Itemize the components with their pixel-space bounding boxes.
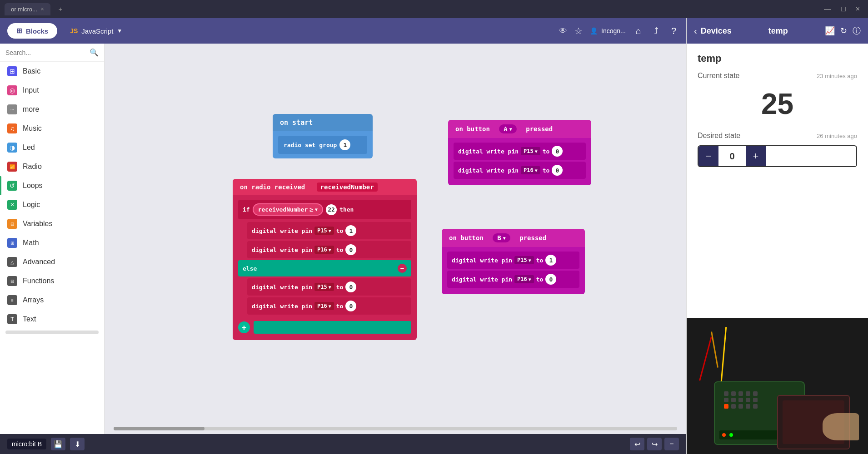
tab-label: or micro...: [11, 6, 37, 13]
write-pin-p15-2-row[interactable]: digital write pin P15 ▼ to 0: [247, 278, 411, 296]
info-icon[interactable]: ⓘ: [853, 25, 861, 36]
button-a-pin-p16-dropdown[interactable]: P16 ▼: [521, 166, 540, 174]
sidebar-scrollbar[interactable]: [5, 331, 99, 334]
close-window-button[interactable]: ×: [852, 4, 863, 14]
pin-val-4[interactable]: 0: [345, 301, 356, 311]
sidebar-item-arrays[interactable]: ≡ Arrays: [0, 291, 104, 310]
else-minus-button[interactable]: −: [398, 264, 407, 273]
pin-p16-dropdown-2[interactable]: P16 ▼: [314, 302, 334, 310]
sidebar-item-text[interactable]: T Text: [0, 310, 104, 329]
stepper-plus-button[interactable]: +: [746, 146, 766, 166]
write-pin-p16-1-row[interactable]: digital write pin P16 ▼ to 0: [247, 241, 411, 258]
home-icon[interactable]: ⌂: [633, 23, 644, 39]
condition-op-dropdown[interactable]: ▼: [315, 207, 318, 212]
button-b-suffix: pressed: [519, 234, 546, 242]
button-a-pin-p15-row[interactable]: digital write pin P15 ▼ to 0: [454, 143, 586, 160]
button-b-val-2[interactable]: 0: [545, 274, 556, 285]
zoom-out-button[interactable]: −: [664, 438, 679, 450]
condition-value[interactable]: 22: [326, 204, 337, 215]
incognito-label: Incogn...: [601, 27, 626, 35]
sidebar-item-music[interactable]: ♫ Music: [0, 119, 104, 138]
digital-write-label-3: digital write pin: [252, 284, 312, 291]
advanced-icon: △: [7, 257, 17, 267]
radio-set-group-block[interactable]: radio set group 1: [278, 136, 367, 154]
workspace-scrollbar-thumb[interactable]: [114, 427, 205, 430]
sidebar-item-led[interactable]: ◑ Led: [0, 138, 104, 157]
pin-val-1[interactable]: 1: [345, 225, 356, 236]
button-b-block[interactable]: on button B ▼ pressed digital write pin: [442, 229, 585, 294]
button-b-pin-p15-row[interactable]: digital write pin P15 ▼ to 1: [447, 252, 579, 269]
star-icon[interactable]: ☆: [574, 25, 583, 36]
button-b-pin-p16-dropdown[interactable]: P16 ▼: [514, 275, 534, 283]
redo-button[interactable]: ↪: [647, 438, 662, 450]
refresh-icon[interactable]: ↻: [840, 26, 847, 36]
button-b-pin-p16-row[interactable]: digital write pin P16 ▼ to 0: [447, 271, 579, 288]
minimize-button[interactable]: —: [820, 4, 835, 14]
button-b-dropdown[interactable]: ▼: [503, 236, 506, 241]
button-a-block[interactable]: on button A ▼ pressed digital write pin: [448, 120, 591, 185]
pin-p15-dropdown-2[interactable]: P15 ▼: [314, 283, 334, 291]
sidebar-item-radio[interactable]: 📶 Radio: [0, 157, 104, 176]
to-label-a1: to: [543, 148, 550, 155]
button-a-val-1[interactable]: 0: [552, 146, 563, 157]
button-a-pin-p16-row[interactable]: digital write pin P16 ▼ to 0: [454, 162, 586, 179]
button-a-pill[interactable]: A ▼: [499, 124, 516, 133]
button-a-dropdown[interactable]: ▼: [509, 127, 512, 132]
maximize-button[interactable]: □: [838, 4, 849, 14]
search-input[interactable]: [5, 49, 87, 56]
radio-group-value[interactable]: 1: [339, 139, 350, 150]
hardware-simulation: [687, 318, 868, 454]
to-label-1: to: [336, 227, 344, 234]
javascript-button[interactable]: JS JavaScript ▼: [63, 24, 130, 39]
sidebar-item-functions[interactable]: ⊟ Functions: [0, 271, 104, 291]
sidebar-item-logic[interactable]: ✕ Logic: [0, 195, 104, 214]
blocks-button[interactable]: ⊞ Blocks: [7, 23, 57, 39]
sidebar-item-basic[interactable]: ⊞ Basic: [0, 62, 104, 81]
js-icon: JS: [70, 27, 78, 35]
button-b-val-1[interactable]: 1: [545, 255, 556, 266]
workspace-scrollbar[interactable]: [114, 427, 677, 430]
on-start-block[interactable]: on start radio set group 1: [273, 114, 373, 158]
stepper-minus-button[interactable]: −: [698, 146, 718, 166]
pin-p15-dropdown-1[interactable]: P15 ▼: [314, 227, 334, 235]
add-branch-button[interactable]: +: [238, 321, 250, 333]
browser-chrome: or micro... × + — □ ×: [0, 0, 868, 18]
logic-icon: ✕: [7, 200, 17, 210]
condition-pill[interactable]: receivedNumber ≥ ▼: [253, 203, 323, 216]
active-tab[interactable]: or micro... ×: [5, 3, 50, 15]
pin-val-3[interactable]: 0: [345, 281, 356, 292]
pin-p16-dropdown-1[interactable]: P16 ▼: [314, 246, 334, 254]
led-3: [738, 391, 743, 396]
sidebar-item-input[interactable]: ◎ Input: [0, 81, 104, 100]
download-button[interactable]: ⬇: [70, 438, 85, 450]
pin-p15-arrow-1: ▼: [329, 228, 331, 233]
write-pin-p16-2-row[interactable]: digital write pin P16 ▼ to 0: [247, 297, 411, 315]
stepper-value-input[interactable]: [718, 151, 746, 162]
digital-write-label-1: digital write pin: [252, 227, 312, 234]
sidebar-item-advanced[interactable]: △ Advanced: [0, 252, 104, 271]
sidebar-item-math[interactable]: ⊞ Math: [0, 233, 104, 252]
sidebar-item-loops[interactable]: ↺ Loops: [0, 176, 104, 195]
desired-state-label: Desired state: [698, 132, 740, 140]
button-a-val-2[interactable]: 0: [552, 165, 563, 176]
sidebar-item-more[interactable]: ··· more: [0, 100, 104, 119]
write-pin-p15-1-row[interactable]: digital write pin P15 ▼ to 1: [247, 222, 411, 239]
button-a-pin-p15-dropdown[interactable]: P15 ▼: [521, 147, 540, 155]
chart-icon[interactable]: 📈: [825, 26, 835, 36]
button-b-pill[interactable]: B ▼: [493, 233, 510, 242]
sidebar-item-variables[interactable]: ⊟ Variables: [0, 214, 104, 233]
save-button[interactable]: 💾: [51, 438, 65, 450]
undo-button[interactable]: ↩: [630, 438, 644, 450]
help-icon[interactable]: ?: [668, 23, 679, 39]
share-icon[interactable]: ⤴: [651, 23, 661, 39]
tab-close-button[interactable]: ×: [41, 6, 44, 12]
workspace[interactable]: on start radio set group 1 on radio rece…: [105, 44, 686, 434]
back-button[interactable]: ‹: [694, 26, 697, 36]
right-panel: ‹ Devices temp 📈 ↻ ⓘ temp Current state …: [686, 18, 868, 454]
if-condition-row[interactable]: if receivedNumber ≥ ▼ 22 then: [238, 200, 411, 219]
button-b-pin-p15-dropdown[interactable]: P15 ▼: [514, 256, 534, 264]
radio-received-block[interactable]: on radio received receivedNumber if rece…: [233, 179, 417, 340]
pin-val-2[interactable]: 0: [345, 244, 356, 255]
new-tab-button[interactable]: +: [54, 3, 67, 15]
pin-p16-arrow-1: ▼: [329, 247, 331, 252]
